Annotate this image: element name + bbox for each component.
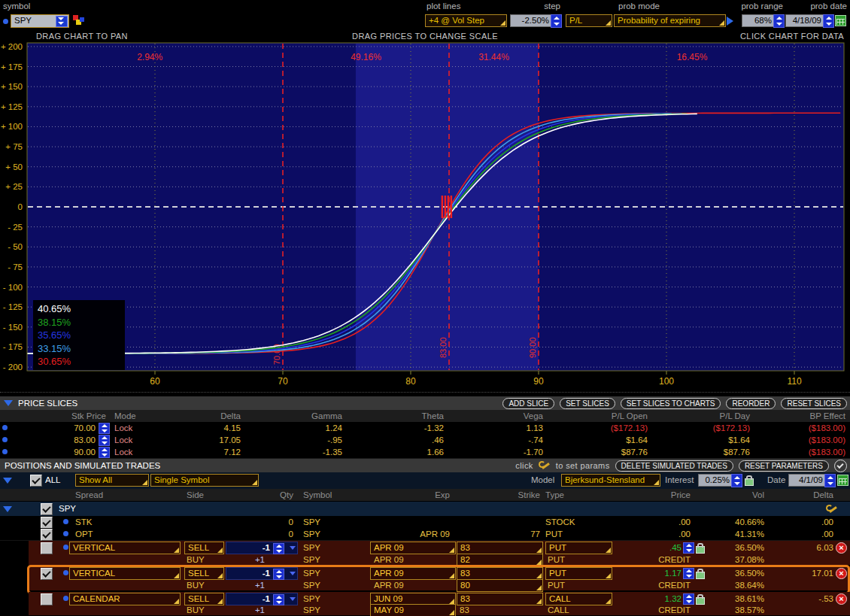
spread-dropdown[interactable]: VERTICAL <box>69 567 181 580</box>
strike-dropdown[interactable]: 83 <box>457 567 543 580</box>
leg-exp-dropdown[interactable]: MAY 09 <box>370 604 456 616</box>
reorder-button[interactable]: REORDER <box>726 398 776 409</box>
trade-price[interactable]: .45 <box>669 543 682 552</box>
slice-price[interactable]: 83.00 <box>74 435 96 445</box>
play-arrow-icon[interactable] <box>727 17 733 26</box>
slice-price-spinner[interactable] <box>99 447 110 458</box>
qty-dropdown-icon[interactable] <box>290 572 296 575</box>
all-checkbox[interactable] <box>30 475 42 487</box>
trade-price[interactable]: 1.32 <box>665 594 682 603</box>
leg-strike-input[interactable]: 82 <box>457 554 543 566</box>
price-spinner[interactable] <box>683 568 694 579</box>
date-input[interactable]: 4/1/09 <box>788 474 826 487</box>
trade-checkbox[interactable] <box>41 568 53 580</box>
price-spinner[interactable] <box>683 593 694 605</box>
slice-mode[interactable]: Lock <box>114 448 132 457</box>
leg-vol: 38.57% <box>735 605 764 614</box>
price-spinner[interactable] <box>683 542 694 554</box>
qty-spinner[interactable] <box>273 569 284 580</box>
collapse-triangle-icon[interactable] <box>3 478 12 484</box>
click-hint: click <box>515 461 533 470</box>
slice-price[interactable]: 70.00 <box>74 423 96 432</box>
link-dot-icon[interactable] <box>63 545 68 550</box>
leg-type: PUT <box>548 581 565 590</box>
col-vol: Vol <box>752 490 764 499</box>
plot-lines-label: plot lines <box>427 2 460 11</box>
side-dropdown[interactable]: SELL <box>184 567 224 580</box>
side-dropdown[interactable]: SELL <box>184 542 224 554</box>
strike-dropdown[interactable]: 83 <box>457 542 543 554</box>
set-slices-to-charts-button[interactable]: SET SLICES TO CHARTS <box>621 398 721 409</box>
calendar-icon[interactable] <box>837 475 848 486</box>
prob-range-spinner[interactable] <box>773 14 785 28</box>
link-dot-icon[interactable] <box>3 19 8 24</box>
link-dot-icon[interactable] <box>63 570 68 575</box>
slice-price-spinner[interactable] <box>99 423 110 434</box>
row-checkbox[interactable] <box>41 529 53 541</box>
pl-open-dropdown[interactable]: P/L OPEN <box>566 14 612 27</box>
collapse-triangle-icon[interactable] <box>3 506 12 512</box>
qty-stepper[interactable]: -1 <box>226 542 298 554</box>
link-dot-icon[interactable] <box>63 531 68 536</box>
sim-trade-line2: BUY +1 SPY APR 09 80 PUT CREDIT 38.64% <box>0 579 850 591</box>
plot-lines-dropdown[interactable]: +4 @ Vol Step <box>425 14 507 27</box>
link-dot-icon[interactable] <box>2 425 8 430</box>
model-dropdown[interactable]: Bjerksund-Stensland <box>561 474 660 487</box>
delete-simulated-trades-button[interactable]: DELETE SIMULATED TRADES <box>615 460 733 472</box>
symbol-group-row[interactable]: SPY <box>0 502 850 516</box>
link-dot-icon[interactable] <box>2 437 8 442</box>
reset-slices-button[interactable]: RESET SLICES <box>781 398 847 409</box>
exp-dropdown[interactable]: APR 09 <box>370 567 456 580</box>
show-all-dropdown[interactable]: Show All <box>75 474 149 487</box>
prob-date-input[interactable]: 4/18/09 <box>785 14 824 27</box>
symbol-label: symbol <box>3 2 30 11</box>
delete-trade-icon[interactable] <box>836 593 847 605</box>
type-dropdown[interactable]: PUT <box>545 567 612 580</box>
single-symbol-dropdown[interactable]: Single Symbol <box>150 474 259 487</box>
lock-icon[interactable] <box>745 478 754 486</box>
prob-mode-dropdown[interactable]: Probability of expiring <box>614 14 726 27</box>
symbol-dropdown-icon[interactable] <box>56 16 68 27</box>
lock-icon[interactable] <box>696 546 705 554</box>
reset-parameters-button[interactable]: RESET PARAMETERS <box>739 460 829 472</box>
prob-range-input[interactable]: 68% <box>742 14 775 27</box>
set-slices-button[interactable]: SET SLICES <box>560 398 615 409</box>
group-checkbox[interactable] <box>41 503 53 515</box>
type-dropdown[interactable]: PUT <box>545 542 612 554</box>
add-slice-button[interactable]: ADD SLICE <box>502 398 554 409</box>
svg-text:33.15%: 33.15% <box>38 343 71 354</box>
link-dot-icon[interactable] <box>63 519 68 524</box>
slice-price-spinner[interactable] <box>99 435 110 446</box>
row-checkbox[interactable] <box>41 517 53 529</box>
date-spinner[interactable] <box>824 474 836 487</box>
qty-stepper[interactable]: -1 <box>226 567 298 580</box>
spread-dropdown[interactable]: VERTICAL <box>69 542 181 554</box>
interest-spinner[interactable] <box>731 474 742 487</box>
link-dot-icon[interactable] <box>63 596 68 601</box>
prob-date-spinner[interactable] <box>823 14 834 28</box>
down-arrow-icon <box>686 600 692 603</box>
step-spinner[interactable] <box>551 14 562 28</box>
delete-trade-icon[interactable] <box>836 542 847 554</box>
slice-mode[interactable]: Lock <box>114 435 132 445</box>
collapse-circle-icon[interactable] <box>834 460 847 472</box>
trade-checkbox[interactable] <box>41 542 53 554</box>
delete-trade-icon[interactable] <box>836 568 847 579</box>
qty-dropdown-icon[interactable] <box>290 597 296 601</box>
calendar-icon[interactable] <box>835 15 846 26</box>
risk-profile-chart[interactable]: - 200- 175- 150- 125- 100- 75- 50- 250+ … <box>0 41 850 387</box>
wrench-icon[interactable] <box>826 504 838 514</box>
leg-strike-input[interactable]: 80 <box>457 579 543 592</box>
symbol-input[interactable]: SPY <box>11 14 69 28</box>
step-input[interactable]: -2.50% <box>510 14 552 27</box>
qty-spinner[interactable] <box>273 543 284 554</box>
collapse-triangle-icon[interactable] <box>4 400 13 406</box>
slice-mode[interactable]: Lock <box>114 423 132 432</box>
exp-dropdown[interactable]: APR 09 <box>370 542 456 554</box>
trade-price[interactable]: 1.17 <box>665 569 682 578</box>
slice-price[interactable]: 90.00 <box>74 448 96 457</box>
lock-icon[interactable] <box>696 572 705 579</box>
link-dot-icon[interactable] <box>2 449 8 454</box>
interest-input[interactable]: 0.25% <box>698 474 733 487</box>
qty-dropdown-icon[interactable] <box>290 546 296 550</box>
